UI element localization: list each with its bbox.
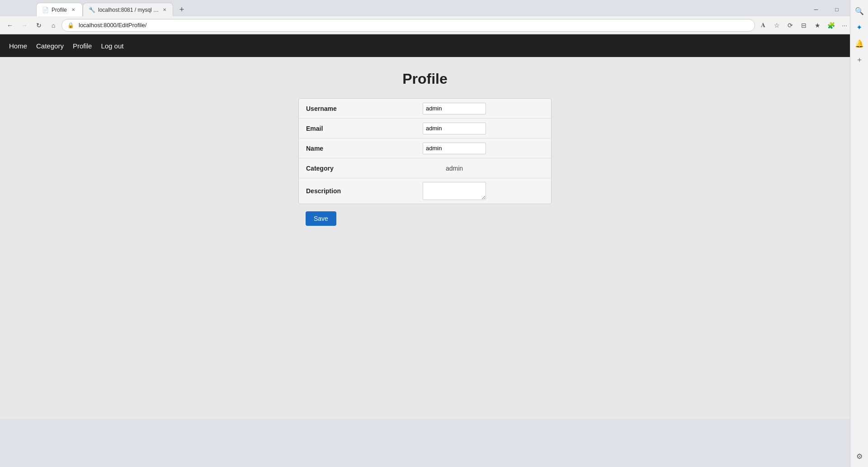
tab-title-mysql: localhost:8081 / mysql / tubes-d... [98, 7, 159, 13]
nav-profile[interactable]: Profile [73, 40, 92, 52]
address-text: localhost:8000/EditProfile/ [79, 22, 749, 29]
reader-view-icon[interactable]: 𝐀 [757, 19, 769, 32]
sidebar-copilot-icon[interactable]: ✦ [852, 20, 867, 34]
extensions-icon[interactable]: 🧩 [825, 19, 837, 32]
name-row: Name [299, 138, 551, 158]
description-label: Description [306, 187, 365, 195]
category-row: Category admin [299, 158, 551, 178]
page-title: Profile [402, 71, 448, 87]
email-row: Email [299, 119, 551, 138]
browser-sidebar: 🔍 ✦ 🔔 ＋ ⚙ [850, 0, 868, 467]
tab-close-mysql-button[interactable]: ✕ [162, 6, 167, 14]
tab-icon: 📄 [42, 7, 49, 13]
maximize-button[interactable]: □ [826, 3, 847, 16]
email-label: Email [306, 125, 365, 132]
tab-icon-mysql: 🔧 [89, 7, 95, 13]
username-input[interactable] [423, 103, 486, 114]
username-label: Username [306, 105, 365, 112]
email-input[interactable] [423, 123, 486, 134]
sidebar-notification-icon[interactable]: 🔔 [852, 36, 867, 51]
save-button[interactable]: Save [306, 211, 336, 226]
description-row: Description [299, 178, 551, 204]
tab-close-button[interactable]: ✕ [70, 6, 77, 14]
nav-home[interactable]: Home [9, 40, 27, 52]
lock-icon: 🔒 [67, 22, 74, 29]
tab-profile[interactable]: 📄 Profile ✕ [36, 3, 83, 16]
tab-title: Profile [52, 7, 67, 13]
favorites-icon[interactable]: ☆ [770, 19, 783, 32]
sidebar-add-icon[interactable]: ＋ [852, 52, 867, 67]
sidebar-settings-icon[interactable]: ⚙ [852, 449, 867, 463]
page-content: Home Category Profile Log out Profile Us… [0, 34, 850, 419]
category-value: admin [446, 165, 463, 172]
description-input[interactable] [423, 182, 486, 200]
tab-mysql[interactable]: 🔧 localhost:8081 / mysql / tubes-d... ✕ [83, 3, 173, 16]
refresh-page-icon[interactable]: ⟳ [784, 19, 797, 32]
nav-logout[interactable]: Log out [101, 40, 123, 52]
favorites-bar-icon[interactable]: ★ [811, 19, 824, 32]
home-button[interactable]: ⌂ [47, 19, 60, 32]
name-input[interactable] [423, 143, 486, 154]
profile-form: Username Email Name [298, 98, 552, 204]
address-bar[interactable]: 🔒 localhost:8000/EditProfile/ [61, 19, 755, 32]
more-options-icon[interactable]: ··· [838, 19, 851, 32]
name-label: Name [306, 145, 365, 152]
refresh-button[interactable]: ↻ [33, 19, 45, 32]
app-navbar: Home Category Profile Log out [0, 34, 850, 57]
nav-category[interactable]: Category [36, 40, 64, 52]
forward-button[interactable]: → [18, 19, 31, 32]
profile-container: Profile Username Email [0, 57, 850, 239]
split-view-icon[interactable]: ⊟ [797, 19, 810, 32]
new-tab-button[interactable]: + [175, 3, 189, 16]
category-label: Category [306, 165, 365, 172]
username-row: Username [299, 99, 551, 119]
sidebar-search-icon[interactable]: 🔍 [852, 4, 867, 18]
minimize-button[interactable]: ─ [806, 3, 826, 16]
back-button[interactable]: ← [4, 19, 16, 32]
